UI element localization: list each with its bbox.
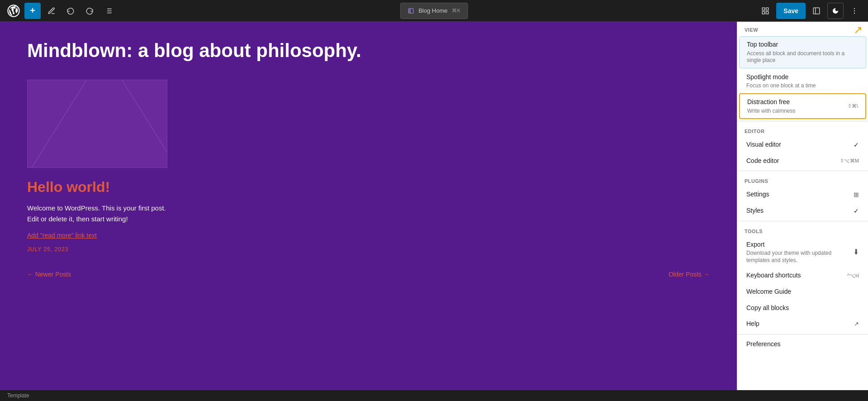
- export-title: Export: [746, 240, 849, 249]
- toolbar-left: +: [5, 3, 117, 19]
- preferences-title: Preferences: [746, 340, 859, 349]
- tools-button[interactable]: [43, 3, 60, 19]
- list-view-button[interactable]: [100, 3, 117, 19]
- editor-plugins-divider: [737, 171, 868, 171]
- styles-title: Styles: [746, 206, 850, 215]
- spotlight-mode-menu-item[interactable]: Spotlight mode Focus on one block at a t…: [739, 69, 866, 93]
- export-content: Export Download your theme with updated …: [746, 240, 849, 264]
- settings-panel-button[interactable]: [808, 3, 825, 19]
- code-editor-content: Code editor: [746, 157, 836, 166]
- view-editor-divider: [737, 121, 868, 121]
- dark-mode-button[interactable]: [827, 3, 844, 19]
- welcome-guide-menu-item[interactable]: Welcome Guide: [739, 284, 866, 300]
- svg-rect-9: [766, 8, 768, 10]
- main-area: Mindblown: a blog about philosophy. Hell…: [0, 22, 868, 390]
- visual-editor-menu-item[interactable]: Visual editor ✓: [739, 137, 866, 153]
- svg-rect-7: [408, 8, 413, 13]
- post-navigation: ← Newer Posts Older Posts →: [27, 271, 710, 278]
- top-toolbar-menu-item[interactable]: Top toolbar Access all block and documen…: [739, 36, 866, 68]
- top-toolbar-content: Top toolbar Access all block and documen…: [747, 40, 859, 64]
- arrow-indicator: ↗: [854, 24, 863, 36]
- toolbar-center: Blog Home ⌘K: [400, 3, 468, 19]
- export-menu-item[interactable]: Export Download your theme with updated …: [739, 237, 866, 268]
- view-section-label: VIEW: [737, 22, 868, 35]
- help-external-icon: ↗: [854, 320, 859, 327]
- svg-point-15: [854, 10, 855, 11]
- spotlight-mode-desc: Focus on one block at a time: [746, 82, 859, 90]
- help-prefs-divider: [737, 334, 868, 334]
- distraction-free-content: Distraction free Write with calmness: [747, 98, 844, 115]
- distraction-free-shortcut: ⇧⌘\: [848, 103, 858, 109]
- status-bar: Template: [0, 390, 868, 401]
- top-toolbar-desc: Access all block and document tools in a…: [747, 50, 859, 64]
- copy-all-blocks-title: Copy all blocks: [746, 304, 859, 313]
- toolbar-right: Save: [757, 3, 863, 19]
- keyboard-shortcuts-content: Keyboard shortcuts: [746, 271, 844, 280]
- code-editor-title: Code editor: [746, 157, 836, 166]
- top-toolbar: + Blog Home ⌘K Save: [0, 0, 868, 22]
- tools-section-label: TOOLS: [737, 223, 868, 237]
- svg-rect-11: [763, 11, 765, 14]
- code-editor-shortcut: ⇧⌥⌘M: [840, 158, 859, 164]
- copy-all-blocks-menu-item[interactable]: Copy all blocks: [739, 300, 866, 316]
- redo-button[interactable]: [81, 3, 98, 19]
- editor-canvas: Mindblown: a blog about philosophy. Hell…: [0, 22, 737, 390]
- help-menu-item[interactable]: Help ↗: [739, 316, 866, 332]
- styles-menu-item[interactable]: Styles ✓: [739, 203, 866, 219]
- options-button[interactable]: [846, 3, 863, 19]
- preferences-menu-item[interactable]: Preferences: [739, 336, 866, 353]
- spotlight-mode-title: Spotlight mode: [746, 73, 859, 82]
- post-body: Welcome to WordPress. This is your first…: [27, 203, 710, 224]
- visual-editor-check: ✓: [854, 141, 859, 148]
- post-date: JULY 25, 2023: [27, 246, 710, 253]
- blog-home-button[interactable]: Blog Home ⌘K: [400, 3, 468, 19]
- svg-rect-8: [763, 8, 765, 10]
- visual-editor-title: Visual editor: [746, 140, 850, 149]
- newer-posts-link[interactable]: ← Newer Posts: [27, 271, 71, 278]
- keyboard-shortcuts-shortcut: ^⌥H: [847, 273, 859, 279]
- add-block-button[interactable]: +: [24, 3, 41, 19]
- distraction-free-menu-item[interactable]: Distraction free Write with calmness ⇧⌘\: [739, 93, 866, 119]
- view-toggle-button[interactable]: [757, 3, 773, 19]
- preferences-content: Preferences: [746, 340, 859, 349]
- copy-all-blocks-content: Copy all blocks: [746, 304, 859, 313]
- status-text: Template: [7, 392, 29, 399]
- settings-icon: ⊞: [854, 191, 859, 198]
- export-icon: ⬇: [853, 248, 859, 256]
- post-heading: Hello world!: [27, 179, 710, 196]
- svg-point-16: [854, 13, 855, 14]
- styles-check: ✓: [854, 207, 859, 215]
- editor-section-label: EDITOR: [737, 123, 868, 137]
- svg-rect-10: [766, 11, 768, 14]
- help-title: Help: [746, 320, 850, 329]
- welcome-guide-title: Welcome Guide: [746, 287, 859, 296]
- export-desc: Download your theme with updated templat…: [746, 250, 849, 264]
- visual-editor-content: Visual editor: [746, 140, 850, 149]
- options-dropdown-panel: ↗ VIEW Top toolbar Access all block and …: [737, 22, 868, 390]
- spotlight-mode-content: Spotlight mode Focus on one block at a t…: [746, 73, 859, 90]
- help-content: Help: [746, 320, 850, 329]
- older-posts-link[interactable]: Older Posts →: [669, 271, 710, 278]
- plugins-section-label: PLUGINS: [737, 173, 868, 186]
- keyboard-shortcuts-menu-item[interactable]: Keyboard shortcuts ^⌥H: [739, 267, 866, 284]
- settings-content: Settings: [746, 190, 850, 199]
- settings-title: Settings: [746, 190, 850, 199]
- top-toolbar-title: Top toolbar: [747, 40, 859, 49]
- post-featured-image: [27, 80, 167, 168]
- settings-menu-item[interactable]: Settings ⊞: [739, 186, 866, 203]
- read-more-link[interactable]: Add "read more" link text: [27, 232, 710, 239]
- save-button[interactable]: Save: [776, 3, 806, 19]
- welcome-guide-content: Welcome Guide: [746, 287, 859, 296]
- svg-rect-12: [813, 8, 820, 14]
- keyboard-shortcuts-title: Keyboard shortcuts: [746, 271, 844, 280]
- undo-button[interactable]: [62, 3, 79, 19]
- distraction-free-desc: Write with calmness: [747, 108, 844, 115]
- plugins-tools-divider: [737, 221, 868, 221]
- svg-point-14: [854, 8, 855, 9]
- code-editor-menu-item[interactable]: Code editor ⇧⌥⌘M: [739, 153, 866, 169]
- distraction-free-title: Distraction free: [747, 98, 844, 107]
- post-title: Mindblown: a blog about philosophy.: [27, 40, 710, 62]
- styles-content: Styles: [746, 206, 850, 215]
- wp-logo[interactable]: [5, 3, 22, 19]
